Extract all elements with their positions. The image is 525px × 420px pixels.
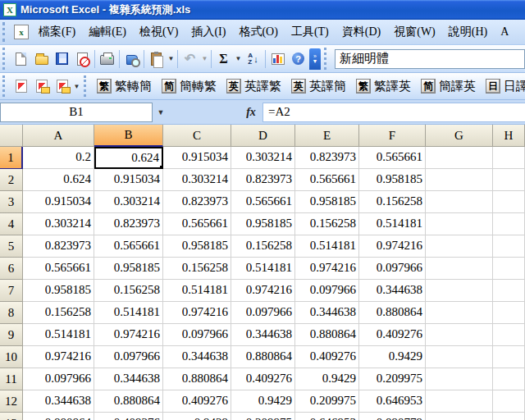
cell-A7[interactable]: 0.958185	[23, 280, 94, 302]
row-header-12[interactable]: 12	[0, 390, 23, 413]
research-button[interactable]	[121, 49, 142, 69]
row-header-10[interactable]: 10	[0, 346, 23, 368]
cell-E5[interactable]: 0.514181	[295, 235, 359, 258]
cell-E1[interactable]: 0.823973	[295, 147, 359, 169]
cell-B8[interactable]: 0.514181	[94, 302, 163, 324]
cell-E10[interactable]: 0.409276	[295, 346, 359, 368]
menu-item-6[interactable]: 工具(T)	[285, 22, 336, 42]
toolbar-grip-handle[interactable]	[2, 48, 8, 69]
cell-C5[interactable]: 0.958185	[163, 235, 231, 258]
menu-item-7[interactable]: 資料(D)	[336, 22, 387, 42]
cell-C1[interactable]: 0.915034	[163, 147, 231, 169]
cell-F1[interactable]: 0.565661	[359, 147, 426, 169]
row-header-5[interactable]: 5	[0, 235, 23, 258]
cell-C9[interactable]: 0.097966	[163, 324, 231, 346]
cell-B3[interactable]: 0.303214	[94, 191, 163, 213]
cell-B9[interactable]: 0.974216	[94, 324, 163, 346]
undo-dropdown[interactable]: ▼	[200, 55, 209, 62]
cell-A1[interactable]: 0.2	[23, 147, 94, 169]
cell-G6[interactable]	[426, 258, 493, 280]
toolbar-options-button[interactable]: »▼	[309, 48, 321, 70]
cell-B2[interactable]: 0.915034	[94, 169, 163, 191]
convert-to-pdf-and-email-button[interactable]	[31, 76, 52, 96]
cell-A2[interactable]: 0.624	[23, 169, 94, 191]
cell-D2[interactable]: 0.823973	[231, 169, 295, 191]
name-box[interactable]: B1	[0, 103, 153, 122]
permission-button[interactable]	[72, 49, 93, 69]
pdf-toolbar-options[interactable]: ▼	[72, 83, 81, 90]
column-header-E[interactable]: E	[295, 125, 359, 147]
cell-H11[interactable]	[493, 368, 525, 390]
paste-button[interactable]	[146, 49, 167, 69]
cell-E13[interactable]: 0.646953	[295, 413, 359, 420]
translate-button-5[interactable]: 繁繁譯英	[351, 76, 416, 97]
menu-item-9[interactable]: 說明(H)	[442, 22, 494, 42]
column-header-C[interactable]: C	[163, 125, 231, 147]
row-header-6[interactable]: 6	[0, 258, 23, 280]
column-header-G[interactable]: G	[426, 125, 493, 147]
cell-F3[interactable]: 0.156258	[359, 191, 426, 213]
cell-F5[interactable]: 0.974216	[359, 235, 426, 258]
cell-C12[interactable]: 0.409276	[163, 390, 231, 413]
cell-F4[interactable]: 0.514181	[359, 213, 426, 235]
cell-H4[interactable]	[493, 213, 525, 235]
translate-button-7[interactable]: 日日譯繁	[481, 76, 525, 97]
column-header-B[interactable]: B	[94, 125, 163, 147]
cell-H1[interactable]	[493, 147, 525, 169]
cell-H12[interactable]	[493, 390, 525, 413]
cell-F9[interactable]: 0.409276	[359, 324, 426, 346]
cell-D9[interactable]: 0.344638	[231, 324, 295, 346]
cell-A6[interactable]: 0.565661	[23, 258, 94, 280]
cell-C11[interactable]: 0.880864	[163, 368, 231, 390]
cell-F13[interactable]: 0.890779	[359, 413, 426, 420]
open-button[interactable]	[31, 49, 52, 69]
row-header-9[interactable]: 9	[0, 324, 23, 346]
column-header-D[interactable]: D	[231, 125, 295, 147]
cell-F10[interactable]: 0.9429	[359, 346, 426, 368]
translate-toolbar-grip-handle[interactable]	[84, 75, 89, 97]
undo-button[interactable]: ↶	[180, 49, 200, 69]
row-header-7[interactable]: 7	[0, 280, 23, 302]
menu-item-4[interactable]: 插入(I)	[185, 22, 232, 42]
translate-button-1[interactable]: 繁繁轉簡	[92, 76, 157, 97]
cell-B7[interactable]: 0.156258	[94, 280, 163, 302]
cell-G13[interactable]	[426, 413, 493, 420]
cell-B1[interactable]: 0.624	[94, 147, 163, 169]
cell-A3[interactable]: 0.915034	[23, 191, 94, 213]
cell-B13[interactable]: 0.409276	[94, 413, 163, 420]
cell-F7[interactable]: 0.344638	[359, 280, 426, 302]
cell-G2[interactable]	[426, 169, 493, 191]
cell-A12[interactable]: 0.344638	[23, 390, 94, 413]
fill-handle[interactable]	[159, 165, 163, 169]
cell-D3[interactable]: 0.565661	[231, 191, 295, 213]
menu-grip-handle[interactable]	[2, 22, 8, 42]
save-button[interactable]	[52, 49, 72, 69]
translate-button-3[interactable]: 英英譯繁	[221, 76, 286, 97]
cell-F2[interactable]: 0.958185	[359, 169, 426, 191]
cell-E6[interactable]: 0.974216	[295, 258, 359, 280]
cell-E4[interactable]: 0.156258	[295, 213, 359, 235]
row-header-11[interactable]: 11	[0, 368, 23, 390]
sort-ascending-button[interactable]: AZ↓	[243, 49, 263, 69]
cell-G11[interactable]	[426, 368, 493, 390]
cell-G7[interactable]	[426, 280, 493, 302]
cell-H3[interactable]	[493, 191, 525, 213]
cell-C6[interactable]: 0.156258	[163, 258, 231, 280]
cell-H6[interactable]	[493, 258, 525, 280]
cell-G12[interactable]	[426, 390, 493, 413]
autosum-dropdown[interactable]: ▼	[234, 55, 243, 62]
help-button[interactable]: ?	[288, 49, 308, 69]
print-button[interactable]	[97, 49, 117, 69]
row-header-8[interactable]: 8	[0, 302, 23, 324]
convert-to-pdf-and-send-button[interactable]	[52, 76, 72, 96]
convert-to-pdf-button[interactable]	[11, 76, 31, 96]
cell-H10[interactable]	[493, 346, 525, 368]
cell-A10[interactable]: 0.974216	[23, 346, 94, 368]
cell-F11[interactable]: 0.209975	[359, 368, 426, 390]
chart-wizard-button[interactable]	[267, 49, 288, 69]
cell-D4[interactable]: 0.958185	[231, 213, 295, 235]
column-header-A[interactable]: A	[23, 125, 94, 147]
cell-C4[interactable]: 0.565661	[163, 213, 231, 235]
cell-G3[interactable]	[426, 191, 493, 213]
menu-item-5[interactable]: 格式(O)	[232, 22, 284, 42]
